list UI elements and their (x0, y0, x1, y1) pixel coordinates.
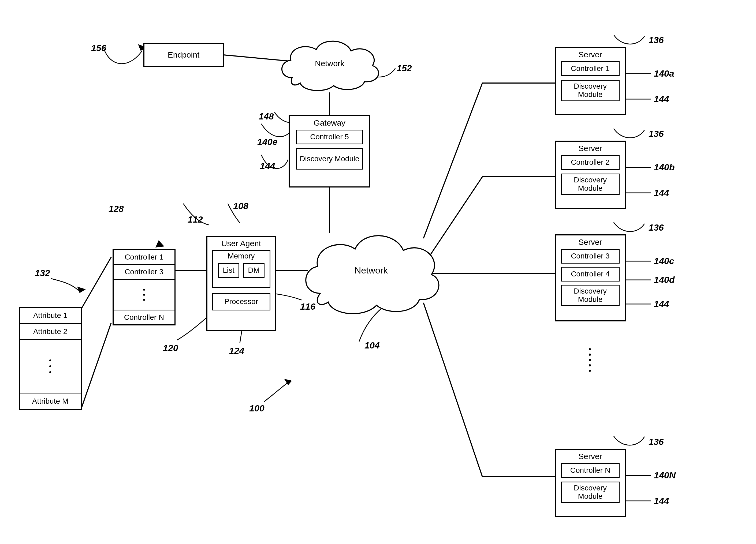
controller-item-1: Controller 1 (114, 250, 174, 265)
ref-136-3: 136 (649, 222, 664, 233)
server-box-2: Server Controller 2 Discovery Module (555, 141, 626, 209)
processor-box: Processor (212, 293, 270, 310)
server-3-controller-1: Controller 3 (561, 249, 620, 264)
controller-ellipsis (114, 279, 174, 309)
ref-140N: 140N (654, 470, 676, 480)
ref-136-n: 136 (649, 437, 664, 447)
gateway-controller: Controller 5 (296, 130, 363, 144)
controller-item-n: Controller N (114, 309, 174, 324)
ref-136-2: 136 (649, 129, 664, 139)
list-box: List (218, 263, 239, 278)
ref-100: 100 (249, 403, 265, 413)
ref-108: 108 (233, 201, 248, 211)
controller-item-2: Controller 3 (114, 265, 174, 279)
ref-124: 124 (229, 345, 244, 356)
server-box-1: Server Controller 1 Discovery Module (555, 47, 626, 115)
server-n-title: Server (578, 450, 602, 463)
ref-140a: 140a (654, 68, 674, 79)
ref-144-3: 144 (654, 299, 669, 309)
ref-148: 148 (259, 111, 274, 122)
ref-144-n: 144 (654, 495, 669, 506)
ref-144-2: 144 (654, 188, 669, 198)
ref-140b: 140b (654, 162, 675, 173)
server-3-discovery: Discovery Module (561, 285, 620, 306)
ref-156: 156 (91, 43, 106, 53)
ref-144-gw: 144 (260, 161, 275, 171)
ref-104: 104 (364, 340, 380, 350)
attribute-item-m: Attribute M (20, 393, 81, 409)
attribute-ellipsis (20, 340, 81, 393)
server-n-controller: Controller N (561, 463, 620, 478)
svg-marker-3 (284, 379, 292, 385)
ref-116: 116 (300, 301, 315, 312)
ref-136-1: 136 (649, 35, 664, 45)
endpoint-box: Endpoint (143, 43, 224, 67)
controller-list-box: Controller 1 Controller 3 Controller N (113, 249, 176, 325)
attribute-list-box: Attribute 1 Attribute 2 Attribute M (19, 307, 82, 410)
user-agent-title: User Agent (221, 237, 261, 250)
server-1-title: Server (578, 48, 602, 61)
network-main-label: Network (300, 265, 442, 275)
svg-marker-2 (155, 240, 164, 248)
cloud-network-main: Network (300, 222, 442, 321)
server-2-discovery: Discovery Module (561, 174, 620, 195)
memory-label: Memory (228, 252, 255, 263)
ref-132: 132 (35, 268, 50, 278)
server-3-title: Server (578, 236, 602, 249)
memory-box: Memory List DM (212, 250, 270, 288)
network-top-label: Network (276, 59, 383, 68)
ref-140e: 140e (257, 137, 278, 147)
server-box-3: Server Controller 3 Controller 4 Discove… (555, 235, 626, 321)
ref-112: 112 (188, 214, 203, 225)
server-n-discovery: Discovery Module (561, 482, 620, 503)
server-1-controller-1: Controller 1 (561, 61, 620, 76)
attribute-item-2: Attribute 2 (20, 324, 81, 340)
server-3-controller-2: Controller 4 (561, 267, 620, 281)
ref-128: 128 (109, 204, 124, 214)
server-2-title: Server (578, 142, 602, 155)
endpoint-label: Endpoint (168, 50, 199, 59)
cloud-network-top: Network (276, 32, 383, 94)
user-agent-box: User Agent Memory List DM Processor (206, 236, 276, 331)
ref-144-1: 144 (654, 94, 669, 104)
svg-marker-1 (77, 286, 86, 293)
server-1-discovery: Discovery Module (561, 80, 620, 101)
server-ellipsis (589, 348, 591, 372)
dm-box: DM (243, 263, 265, 278)
ref-120: 120 (163, 343, 178, 353)
ref-152: 152 (397, 63, 412, 73)
gateway-box: Gateway Controller 5 Discovery Module (289, 115, 370, 188)
gateway-discovery: Discovery Module (296, 148, 363, 170)
gateway-title: Gateway (314, 116, 345, 130)
attribute-item-1: Attribute 1 (20, 308, 81, 324)
ref-140c: 140c (654, 256, 674, 266)
server-box-n: Server Controller N Discovery Module (555, 449, 626, 517)
server-2-controller-1: Controller 2 (561, 155, 620, 170)
ref-140d: 140d (654, 274, 675, 285)
